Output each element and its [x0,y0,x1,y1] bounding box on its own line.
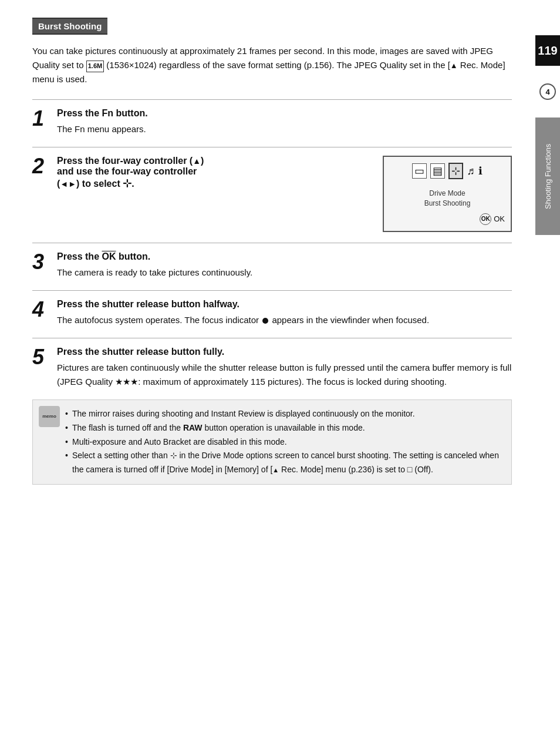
step-number-5: 5 [32,347,49,368]
burst-icon: ⊹ [448,163,463,179]
step-3-body: Press the OK button. The camera is ready… [57,251,512,280]
memo-icon: memo [39,406,61,428]
camera-icons-row: ▭ ▤ ⊹ ♬ ℹ [412,163,483,179]
step-4: 4 Press the shutter release button halfw… [32,290,512,327]
step-4-title: Press the shutter release button halfway… [57,299,512,310]
memo-item-2: The flash is turned off and the RAW butt… [65,421,502,435]
memo-item-4: Select a setting other than ⊹ in the Dri… [65,449,502,477]
step-3: 3 Press the OK button. The camera is rea… [32,243,512,280]
section-title: Burst Shooting [32,18,107,35]
step-4-desc: The autofocus system operates. The focus… [57,313,512,327]
right-sidebar: 119 4 Shooting Functions [535,0,560,732]
single-shot-icon: ▭ [412,163,427,179]
step-4-body: Press the shutter release button halfway… [57,299,512,327]
chapter-tab: Shooting Functions [535,117,560,235]
step-5-desc: Pictures are taken continuously while th… [57,361,512,389]
main-content: Burst Shooting You can take pictures con… [0,0,535,502]
intro-paragraph: You can take pictures continuously at ap… [32,44,512,86]
remote-icon: ♬ [467,165,475,177]
memo-item-1: The mirror raises during shooting and In… [65,407,502,421]
page-number: 119 [535,35,560,66]
step-5: 5 Press the shutter release button fully… [32,338,512,389]
step-3-desc: The camera is ready to take pictures con… [57,266,512,280]
ok-circle-icon: OK [480,213,491,225]
step-1: 1 Press the Fn button. The Fn menu appea… [32,99,512,136]
step-number-1: 1 [32,108,49,129]
memo-item-3: Multi-exposure and Auto Bracket are disa… [65,435,502,449]
camera-ui-label: Drive Mode Burst Shooting [424,189,471,209]
ok-label: OK [494,214,505,223]
step-1-desc: The Fn menu appears. [57,122,512,136]
step-number-3: 3 [32,251,49,273]
step-number-2: 2 [32,156,49,177]
step-1-title: Press the Fn button. [57,108,512,119]
memo-list: The mirror raises during shooting and In… [65,407,502,477]
memo-box: memo The mirror raises during shooting a… [32,399,512,485]
step-2-body: Press the four-way controller (▲) and us… [57,156,512,232]
self-timer-icon: ▤ [430,163,445,179]
step-5-title: Press the shutter release button fully. [57,347,512,357]
step-3-title: Press the OK button. [57,251,512,262]
info-icon: ℹ [478,164,483,177]
ok-row: OK OK [480,213,505,225]
step-2: 2 Press the four-way controller (▲) and … [32,147,512,232]
chapter-number: 4 [539,83,556,100]
step-2-title: Press the four-way controller (▲) and us… [57,156,372,190]
step-5-body: Press the shutter release button fully. … [57,347,512,389]
step-number-4: 4 [32,299,49,320]
step-1-body: Press the Fn button. The Fn menu appears… [57,108,512,136]
camera-ui-diagram: ▭ ▤ ⊹ ♬ ℹ Drive Mode Burst Shooting [383,156,512,232]
